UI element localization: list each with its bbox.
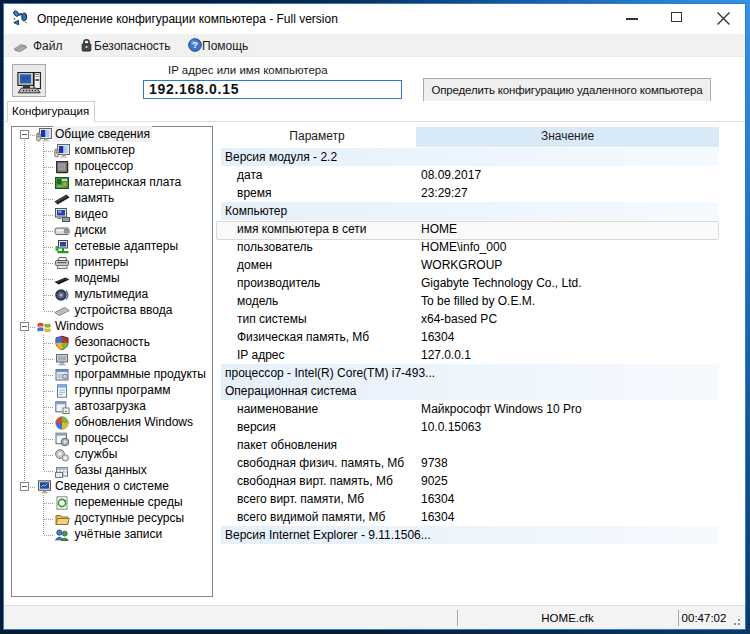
svg-text:?: ? — [192, 40, 198, 50]
